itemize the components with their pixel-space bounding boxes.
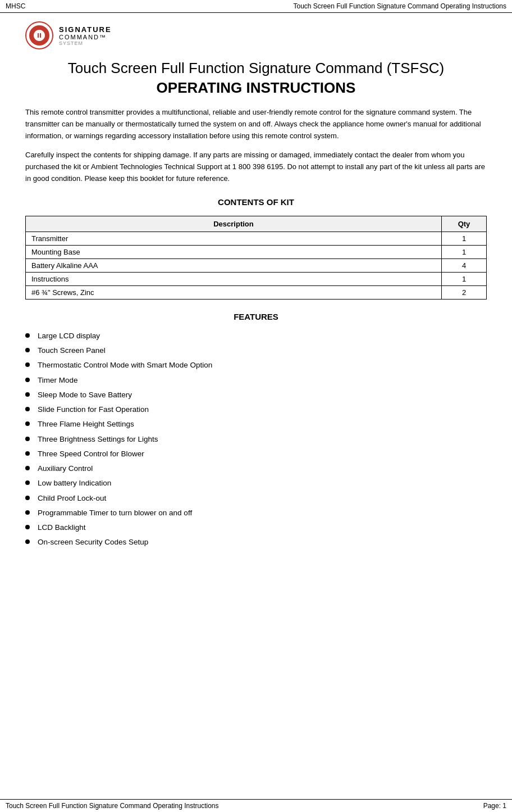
bullet-icon bbox=[25, 480, 30, 485]
kit-table: Description Qty Transmitter1Mounting Bas… bbox=[25, 216, 487, 300]
feature-text: Three Brightness Settings for Lights bbox=[38, 434, 158, 445]
table-cell-qty: 4 bbox=[442, 258, 487, 272]
main-title-line2: OPERATING INSTRUCTIONS bbox=[25, 79, 487, 97]
table-row: Battery Alkaline AAA4 bbox=[26, 258, 487, 272]
page-footer: Touch Screen Full Function Signature Com… bbox=[0, 799, 512, 812]
bullet-icon bbox=[25, 333, 30, 338]
table-header-qty: Qty bbox=[442, 216, 487, 232]
list-item: Programmable Timer to turn blower on and… bbox=[25, 507, 487, 519]
list-item: On-screen Security Codes Setup bbox=[25, 537, 487, 548]
feature-text: Auxiliary Control bbox=[38, 463, 93, 474]
feature-text: Low battery Indication bbox=[38, 478, 111, 489]
bullet-icon bbox=[25, 496, 30, 500]
bullet-icon bbox=[25, 421, 30, 426]
list-item: Low battery Indication bbox=[25, 478, 487, 489]
feature-text: Large LCD display bbox=[38, 330, 100, 342]
table-row: #6 ¾" Screws, Zinc2 bbox=[26, 285, 487, 299]
feature-text: Programmable Timer to turn blower on and… bbox=[38, 507, 192, 519]
bullet-icon bbox=[25, 407, 30, 411]
list-item: Thermostatic Control Mode with Smart Mod… bbox=[25, 360, 487, 371]
features-section: FEATURES Large LCD displayTouch Screen P… bbox=[25, 312, 487, 548]
logo-line1: SIGNATURE bbox=[59, 25, 112, 34]
list-item: LCD Backlight bbox=[25, 522, 487, 533]
logo-line2: COMMAND™ bbox=[59, 34, 112, 40]
main-content: SIGNATURE COMMAND™ SYSTEM Touch Screen F… bbox=[0, 13, 512, 586]
feature-text: Touch Screen Panel bbox=[38, 345, 106, 356]
table-cell-description: Transmitter bbox=[26, 232, 442, 245]
bullet-icon bbox=[25, 437, 30, 441]
bullet-icon bbox=[25, 378, 30, 382]
feature-text: Child Proof Lock-out bbox=[38, 493, 106, 504]
table-row: Mounting Base1 bbox=[26, 245, 487, 258]
bullet-icon bbox=[25, 348, 30, 352]
table-cell-qty: 1 bbox=[442, 232, 487, 245]
list-item: Three Brightness Settings for Lights bbox=[25, 434, 487, 445]
feature-text: LCD Backlight bbox=[38, 522, 86, 533]
list-item: Touch Screen Panel bbox=[25, 345, 487, 356]
feature-text: On-screen Security Codes Setup bbox=[38, 537, 148, 548]
footer-right: Page: 1 bbox=[483, 802, 506, 810]
feature-text: Sleep Mode to Save Battery bbox=[38, 389, 132, 401]
list-item: Three Speed Control for Blower bbox=[25, 448, 487, 460]
table-cell-qty: 1 bbox=[442, 245, 487, 258]
list-item: Child Proof Lock-out bbox=[25, 493, 487, 504]
features-section-title: FEATURES bbox=[25, 312, 487, 321]
bullet-icon bbox=[25, 510, 30, 515]
feature-text: Three Flame Height Settings bbox=[38, 419, 134, 430]
features-list: Large LCD displayTouch Screen PanelTherm… bbox=[25, 330, 487, 548]
bullet-icon bbox=[25, 466, 30, 470]
list-item: Sleep Mode to Save Battery bbox=[25, 389, 487, 401]
table-cell-description: #6 ¾" Screws, Zinc bbox=[26, 285, 442, 299]
list-item: Slide Function for Fast Operation bbox=[25, 404, 487, 415]
feature-text: Thermostatic Control Mode with Smart Mod… bbox=[38, 360, 212, 371]
logo-icon bbox=[25, 21, 53, 49]
table-header-description: Description bbox=[26, 216, 442, 232]
header-right: Touch Screen Full Function Signature Com… bbox=[293, 2, 506, 10]
bullet-icon bbox=[25, 362, 30, 367]
table-row: Instructions1 bbox=[26, 272, 487, 285]
table-cell-qty: 1 bbox=[442, 272, 487, 285]
bullet-icon bbox=[25, 539, 30, 544]
list-item: Timer Mode bbox=[25, 375, 487, 386]
feature-text: Timer Mode bbox=[38, 375, 78, 386]
feature-text: Three Speed Control for Blower bbox=[38, 448, 144, 460]
table-cell-description: Instructions bbox=[26, 272, 442, 285]
table-cell-description: Mounting Base bbox=[26, 245, 442, 258]
logo-text: SIGNATURE COMMAND™ SYSTEM bbox=[59, 25, 112, 46]
table-cell-qty: 2 bbox=[442, 285, 487, 299]
intro-paragraph2: Carefully inspect the contents for shipp… bbox=[25, 149, 487, 184]
logo-section: SIGNATURE COMMAND™ SYSTEM bbox=[25, 21, 487, 49]
table-cell-description: Battery Alkaline AAA bbox=[26, 258, 442, 272]
table-row: Transmitter1 bbox=[26, 232, 487, 245]
header-left: MHSC bbox=[6, 2, 25, 10]
footer-left: Touch Screen Full Function Signature Com… bbox=[6, 802, 219, 810]
intro-paragraph1: This remote control transmitter provides… bbox=[25, 107, 487, 142]
bullet-icon bbox=[25, 451, 30, 456]
bullet-icon bbox=[25, 525, 30, 529]
list-item: Three Flame Height Settings bbox=[25, 419, 487, 430]
main-title-line1: Touch Screen Full Function Signature Com… bbox=[25, 60, 487, 77]
page-header: MHSC Touch Screen Full Function Signatur… bbox=[0, 0, 512, 13]
list-item: Large LCD display bbox=[25, 330, 487, 342]
feature-text: Slide Function for Fast Operation bbox=[38, 404, 149, 415]
contents-section-title: CONTENTS OF KIT bbox=[25, 197, 487, 207]
logo-line3: SYSTEM bbox=[59, 40, 112, 46]
bullet-icon bbox=[25, 392, 30, 397]
list-item: Auxiliary Control bbox=[25, 463, 487, 474]
